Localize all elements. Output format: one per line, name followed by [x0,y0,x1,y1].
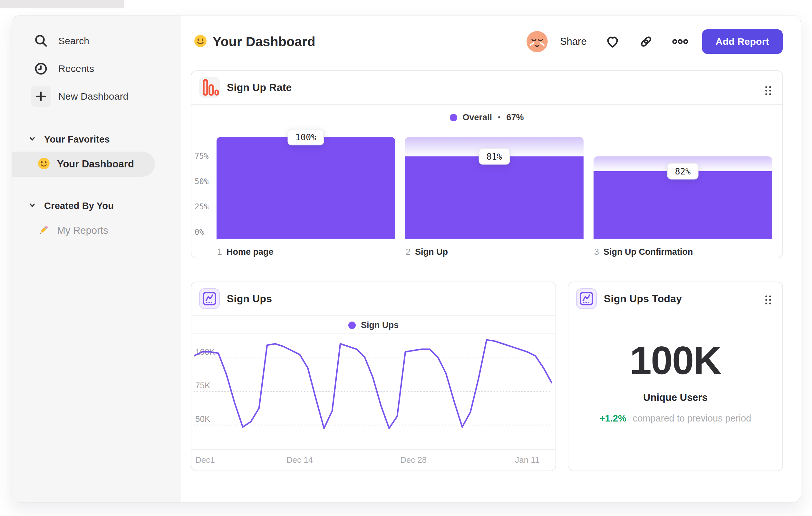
line-chart-icon [576,288,597,309]
drag-handle-icon[interactable] [764,294,772,307]
divider [192,104,782,105]
card-title: Sign Up Rate [227,71,292,104]
sidebar-item-new-dashboard[interactable]: New Dashboard [12,83,181,110]
y-tick-label: 75% [195,151,214,161]
sidebar-item-label: My Reports [57,225,108,236]
x-tick-label: Dec 14 [286,455,313,465]
sidebar-sections: Your FavoritesYour DashboardCreated By Y… [12,129,181,243]
more-options-icon[interactable] [672,34,689,49]
sidebar-nav: SearchRecentsNew Dashboard [12,16,181,110]
x-tick-label: Dec 28 [400,455,427,465]
step-name: Home page [227,247,273,257]
sidebar-item-my-reports[interactable]: My Reports [12,218,181,243]
drag-handle-icon[interactable] [764,85,772,98]
sidebar-section-title: Your Favorites [44,134,110,145]
card-header: Sign Up Rate [192,71,782,104]
delta-row: +1.2% compared to previous period [569,413,782,424]
page-header: Your Dashboard Share [194,29,783,54]
funnel-tooltip: 82% [667,163,699,179]
search-icon [31,31,51,51]
divider [192,316,555,316]
add-report-button[interactable]: Add Report [702,29,783,54]
legend-label: Overall [462,113,492,123]
step-name: Sign Up [415,247,448,257]
funnel-step-3: 82%3Sign Up Confirmation [593,137,772,239]
card-title: Sign Ups [227,282,272,316]
line-legend: Sign Ups [192,317,555,333]
sign-up-rate-card: Sign Up Rate Overall [191,70,783,258]
sidebar-item-search[interactable]: Search [12,27,181,55]
sidebar-section: Your FavoritesYour Dashboard [12,129,181,177]
sidebar-item-your-dashboard[interactable]: Your Dashboard [12,152,155,177]
y-tick-label: 0% [195,227,214,237]
funnel-step-label: 2Sign Up [406,247,448,257]
copy-link-icon[interactable] [638,34,654,49]
funnel-bar [593,171,772,239]
header-actions: Share [526,29,783,54]
step-number: 2 [406,247,410,257]
x-axis-line [192,449,555,450]
funnel-step-label: 1Home page [217,247,273,257]
legend-dot [348,322,356,329]
sidebar: SearchRecentsNew Dashboard Your Favorite… [12,16,181,502]
pencil-emoji-icon [38,224,50,237]
app-window: SearchRecentsNew Dashboard Your Favorite… [11,15,801,503]
big-value: 100K [569,336,782,385]
funnel-step-label: 3Sign Up Confirmation [594,247,693,257]
funnel-bar [405,156,584,239]
sign-ups-today-card: Sign Ups Today 100K Unique Users [568,281,783,471]
legend-value: 67% [506,113,524,123]
legend-label: Sign Ups [361,320,399,330]
sidebar-section-header[interactable]: Created By You [12,195,181,216]
sidebar-section: Created By YouMy Reports [12,195,181,243]
x-tick-label: Jan 11 [515,455,540,465]
top-strip [0,0,124,8]
y-tick-label: 25% [195,201,214,212]
favorite-heart-icon[interactable] [605,34,620,49]
avatar[interactable] [526,31,548,52]
step-number: 1 [217,247,222,257]
metric-label: Unique Users [569,392,782,403]
share-button[interactable]: Share [560,36,587,47]
funnel-tooltip: 100% [287,129,324,145]
card-header: Sign Ups Today [569,282,782,316]
delta-caption: compared to previous period [633,413,751,424]
funnel-step-1: 100%1Home page [216,137,395,239]
funnel-bar [216,137,395,239]
sidebar-item-label: Recents [58,63,94,74]
page-title-text: Your Dashboard [213,34,315,49]
step-number: 3 [594,247,599,257]
sidebar-section-header[interactable]: Your Favorites [12,129,181,150]
bar-chart-icon [199,77,220,98]
funnel-tooltip: 81% [479,148,510,164]
funnel-step-2: 81%2Sign Up [405,137,584,239]
sidebar-item-label: Search [58,35,89,47]
sidebar-item-label: New Dashboard [58,91,128,102]
chevron-down-icon [28,134,36,144]
legend-dot [450,114,457,121]
step-name: Sign Up Confirmation [604,247,693,257]
sidebar-item-label: Your Dashboard [57,158,134,170]
page: SearchRecentsNew Dashboard Your Favorite… [0,0,812,516]
chevron-down-icon [28,201,36,211]
sidebar-section-title: Created By You [44,200,114,211]
smiley-emoji-icon [38,157,50,171]
smiley-emoji-icon [194,34,207,49]
x-tick-label: Dec1 [195,455,215,465]
sign-ups-card: Sign Ups Sign Ups 100K75K50K Dec1Dec 14D… [191,281,556,471]
card-title: Sign Ups Today [604,282,682,316]
delta-value: +1.2% [600,413,627,424]
funnel-chart: 100%1Home page81%2Sign Up82%3Sign Up Con… [216,137,772,239]
plus-icon [31,86,51,107]
line-chart-icon [199,288,220,309]
clock-icon [31,58,51,79]
line-series [194,340,552,429]
funnel-legend: Overall • 67% [192,110,782,125]
y-tick-label: 50% [195,176,214,187]
page-title: Your Dashboard [194,34,315,49]
main-area: Your Dashboard Share [181,16,801,502]
legend-separator: • [498,113,500,122]
divider [192,333,555,334]
line-chart [194,336,552,449]
sidebar-item-recents[interactable]: Recents [12,55,181,83]
